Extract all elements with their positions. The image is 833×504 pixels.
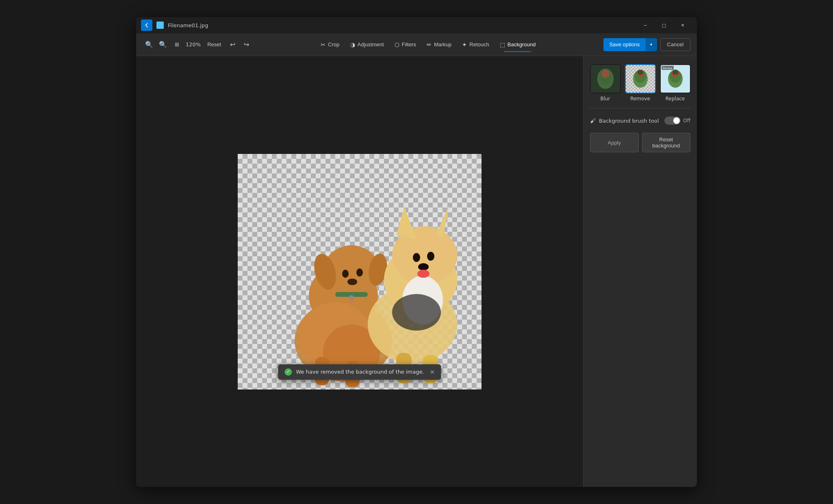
canvas-area: ✓ We have removed the background of the … <box>136 56 583 487</box>
back-button[interactable] <box>141 19 152 31</box>
svg-point-21 <box>417 270 430 278</box>
brush-tool-label: Background brush tool <box>599 118 661 124</box>
save-options-button[interactable]: Save options <box>603 38 645 51</box>
svg-point-24 <box>392 294 441 331</box>
filters-icon: ⬡ <box>395 41 399 48</box>
replace-preview-image: Preview <box>660 64 691 93</box>
brush-toggle[interactable] <box>664 117 681 125</box>
chevron-down-icon: ▾ <box>650 42 652 47</box>
svg-marker-16 <box>437 205 449 239</box>
window-title: Filename01.jpg <box>168 22 632 28</box>
svg-point-7 <box>347 279 357 285</box>
background-icon: ⬚ <box>500 41 505 48</box>
adjustment-icon: ◑ <box>350 41 355 48</box>
svg-text:Preview: Preview <box>663 67 672 69</box>
success-icon: ✓ <box>284 368 292 376</box>
action-buttons: Apply Reset background <box>590 133 690 152</box>
svg-point-47 <box>675 70 678 75</box>
svg-point-18 <box>413 253 420 262</box>
markup-tool-button[interactable]: ✏ Markup <box>422 39 456 50</box>
toggle-knob <box>673 117 680 124</box>
svg-marker-15 <box>396 207 416 239</box>
titlebar: Filename01.jpg − □ ✕ <box>136 17 697 33</box>
redo-button[interactable]: ↪ <box>240 38 253 51</box>
filters-label: Filters <box>402 41 416 48</box>
zoom-controls: 🔍 🔍 ⊞ 120% Reset ↩ ↪ <box>143 38 253 51</box>
maximize-button[interactable]: □ <box>655 17 673 33</box>
cancel-button[interactable]: Cancel <box>660 38 690 51</box>
zoom-out-icon: 🔍 <box>145 41 153 48</box>
svg-point-19 <box>427 252 434 261</box>
svg-point-41 <box>640 70 643 75</box>
zoom-in-button[interactable]: 🔍 <box>156 38 169 51</box>
retouch-label: Retouch <box>469 41 489 48</box>
close-button[interactable]: ✕ <box>673 17 692 33</box>
toolbar: 🔍 🔍 ⊞ 120% Reset ↩ ↪ ✂ Crop ◑ <box>136 33 697 56</box>
sidebar-divider <box>590 108 690 108</box>
background-tool-button[interactable]: ⬚ Background <box>495 39 540 50</box>
undo-button[interactable]: ↩ <box>226 38 239 51</box>
adjustment-tool-button[interactable]: ◑ Adjustment <box>345 39 389 50</box>
toast-close-button[interactable]: ✕ <box>430 369 435 375</box>
remove-preview-image <box>625 64 656 93</box>
blur-preview-image <box>590 64 621 93</box>
crop-tool-button[interactable]: ✂ Crop <box>316 39 344 50</box>
remove-card[interactable]: Remove <box>625 64 656 102</box>
save-options-group: Save options ▾ <box>603 38 657 51</box>
toast-message: We have removed the background of the im… <box>296 369 424 375</box>
tool-buttons: ✂ Crop ◑ Adjustment ⬡ Filters ✏ Markup ✦… <box>316 39 540 50</box>
brush-toggle-switch[interactable]: Off <box>664 117 690 125</box>
replace-card[interactable]: Preview Replace <box>660 64 691 102</box>
save-options-dropdown-button[interactable]: ▾ <box>646 38 657 51</box>
background-label: Background <box>508 41 536 48</box>
adjustment-label: Adjustment <box>358 41 384 48</box>
reset-background-button[interactable]: Reset background <box>642 133 691 152</box>
toggle-state-label: Off <box>683 118 690 123</box>
blur-label: Blur <box>600 96 610 102</box>
toolbar-actions: Save options ▾ Cancel <box>603 38 690 51</box>
sidebar: Blur <box>583 56 697 487</box>
minimize-button[interactable]: − <box>636 17 655 33</box>
zoom-level: 120% <box>184 41 202 48</box>
app-icon <box>156 22 164 29</box>
image-content <box>238 154 482 389</box>
window-controls: − □ ✕ <box>636 17 692 33</box>
svg-point-26 <box>349 295 354 300</box>
toast-notification: ✓ We have removed the background of the … <box>278 364 441 380</box>
fit-icon: ⊞ <box>175 41 179 48</box>
replace-label: Replace <box>666 96 685 102</box>
zoom-in-icon: 🔍 <box>159 41 167 48</box>
svg-point-5 <box>342 270 349 278</box>
svg-point-30 <box>601 70 610 78</box>
crop-icon: ✂ <box>321 41 325 48</box>
zoom-out-button[interactable]: 🔍 <box>143 38 156 51</box>
app-window: Filename01.jpg − □ ✕ 🔍 🔍 ⊞ 120% Reset ↩ <box>136 17 697 487</box>
retouch-icon: ✦ <box>462 41 467 48</box>
brush-tool-row: 🖌 Background brush tool Off <box>590 115 690 126</box>
background-style-cards: Blur <box>590 64 690 102</box>
fit-button[interactable]: ⊞ <box>170 38 183 51</box>
markup-label: Markup <box>434 41 451 48</box>
main-content: ✓ We have removed the background of the … <box>136 56 697 487</box>
retouch-tool-button[interactable]: ✦ Retouch <box>457 39 494 50</box>
brush-icon: 🖌 <box>590 117 596 124</box>
remove-label: Remove <box>630 96 650 102</box>
apply-button[interactable]: Apply <box>590 133 639 152</box>
markup-icon: ✏ <box>427 41 432 48</box>
redo-icon: ↪ <box>244 41 249 48</box>
svg-point-6 <box>356 268 363 277</box>
blur-card[interactable]: Blur <box>590 64 621 102</box>
reset-button[interactable]: Reset <box>203 40 225 49</box>
undo-icon: ↩ <box>230 41 235 48</box>
image-container: ✓ We have removed the background of the … <box>238 154 482 389</box>
crop-label: Crop <box>328 41 339 48</box>
svg-point-20 <box>418 263 429 270</box>
filters-tool-button[interactable]: ⬡ Filters <box>390 39 421 50</box>
